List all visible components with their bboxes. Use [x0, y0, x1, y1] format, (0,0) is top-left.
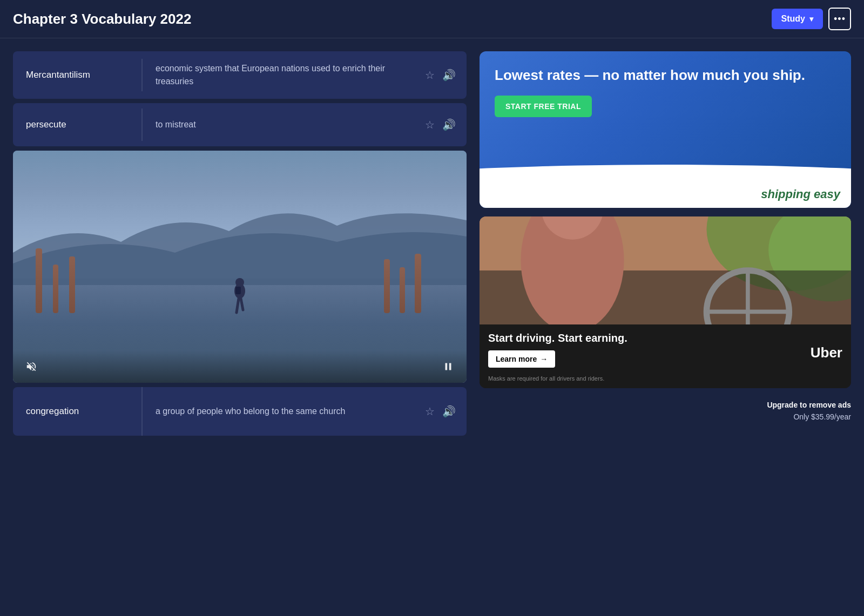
sound-icon-3[interactable]: 🔊	[442, 405, 456, 418]
star-icon-3[interactable]: ☆	[425, 405, 435, 418]
video-controls	[13, 350, 467, 383]
ad2-disclaimer: Masks are required for all drivers and r…	[488, 375, 842, 382]
post-5	[400, 267, 405, 313]
definition-3: a group of people who belong to the same…	[156, 405, 345, 418]
main-layout: Mercantantilism economic system that Eur…	[0, 38, 864, 436]
sound-icon-1[interactable]: 🔊	[442, 69, 456, 82]
video-player[interactable]	[13, 151, 467, 383]
ad-uber: Start driving. Start earning. Learn more…	[480, 216, 851, 388]
arrow-icon: →	[540, 355, 548, 363]
ad1-cta-button[interactable]: START FREE TRIAL	[495, 96, 592, 117]
learn-more-label: Learn more	[496, 355, 537, 363]
content-area: Mercantantilism economic system that Eur…	[13, 51, 467, 436]
definition-2: to mistreat	[156, 118, 196, 131]
vocab-card-1: Mercantantilism economic system that Eur…	[13, 51, 467, 99]
upgrade-link[interactable]: Upgrade to remove ads	[767, 401, 851, 409]
vocab-card-2: persecute to mistreat ☆ 🔊	[13, 103, 467, 146]
card-1-icons: ☆ 🔊	[425, 69, 456, 82]
ad-shipping-easy: Lowest rates — no matter how much you sh…	[480, 51, 851, 208]
ad2-content: Start driving. Start earning. Learn more…	[480, 324, 851, 388]
ad1-wave	[480, 165, 851, 208]
upgrade-text: Upgrade to remove ads Only $35.99/year	[480, 399, 851, 423]
video-background	[13, 151, 467, 383]
svg-line-3	[237, 299, 239, 313]
walking-figure	[229, 275, 251, 318]
ad1-title: Lowest rates — no matter how much you sh…	[495, 66, 836, 85]
post-4	[384, 259, 390, 313]
term-3: congregation	[13, 387, 143, 436]
dock-posts-left	[36, 248, 75, 313]
study-label: Study	[781, 14, 805, 24]
definition-area-1: economic system that European nations us…	[143, 51, 467, 99]
svg-rect-2	[235, 287, 241, 294]
ad2-brand-logo: Uber	[811, 344, 842, 361]
definition-area-2: to mistreat ☆ 🔊	[143, 107, 467, 142]
definition-1: economic system that European nations us…	[156, 62, 425, 88]
ad2-cta-button[interactable]: Learn more →	[488, 350, 555, 368]
study-button[interactable]: Study ▾	[772, 9, 823, 29]
card-3-icons: ☆ 🔊	[425, 405, 456, 418]
ad2-title: Start driving. Start earning.	[488, 331, 842, 345]
upgrade-notice: Upgrade to remove ads Only $35.99/year	[480, 397, 851, 425]
vocab-card-3: congregation a group of people who belon…	[13, 387, 467, 436]
term-1: Mercantantilism	[13, 59, 143, 91]
chevron-down-icon: ▾	[809, 15, 813, 23]
ad2-image	[480, 216, 851, 324]
ad1-logo: shipping easy	[761, 187, 840, 201]
dock-posts-right	[384, 254, 421, 313]
term-2: persecute	[13, 109, 143, 141]
post-2	[53, 265, 58, 313]
mute-button[interactable]	[22, 357, 41, 376]
more-options-button[interactable]: •••	[828, 8, 851, 30]
star-icon-2[interactable]: ☆	[425, 118, 435, 131]
post-3	[69, 256, 75, 313]
upgrade-price: Only $35.99/year	[793, 412, 851, 421]
header-actions: Study ▾ •••	[772, 8, 851, 30]
page-title: Chapter 3 Vocabulary 2022	[13, 11, 191, 28]
video-card	[13, 151, 467, 383]
svg-line-4	[241, 299, 243, 310]
definition-area-3: a group of people who belong to the same…	[143, 387, 467, 436]
pause-button[interactable]	[438, 357, 458, 376]
page-header: Chapter 3 Vocabulary 2022 Study ▾ •••	[0, 0, 864, 38]
sidebar: Lowest rates — no matter how much you sh…	[480, 51, 851, 436]
post-6	[415, 254, 421, 313]
svg-point-1	[235, 278, 244, 287]
post-1	[36, 248, 42, 313]
star-icon-1[interactable]: ☆	[425, 69, 435, 82]
sound-icon-2[interactable]: 🔊	[442, 118, 456, 131]
card-2-icons: ☆ 🔊	[425, 118, 456, 131]
